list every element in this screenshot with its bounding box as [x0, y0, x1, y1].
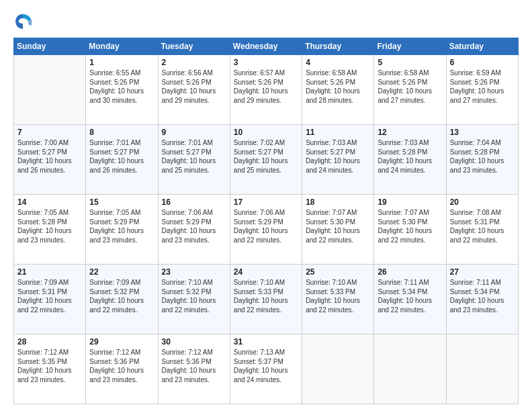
- day-number: 4: [306, 58, 370, 67]
- cell-info: Sunrise: 7:07 AM Sunset: 5:30 PM Dayligh…: [378, 208, 442, 244]
- cell-info: Sunrise: 7:00 AM Sunset: 5:27 PM Dayligh…: [17, 138, 82, 175]
- cell-info: Sunrise: 7:01 AM Sunset: 5:27 PM Dayligh…: [162, 138, 226, 175]
- calendar-cell: [374, 334, 446, 404]
- calendar-cell: [446, 334, 518, 404]
- calendar-cell: 15Sunrise: 7:05 AM Sunset: 5:29 PM Dayli…: [86, 195, 158, 265]
- cell-info: Sunrise: 7:10 AM Sunset: 5:32 PM Dayligh…: [162, 278, 226, 314]
- calendar-cell: 14Sunrise: 7:05 AM Sunset: 5:28 PM Dayli…: [14, 195, 86, 265]
- calendar-cell: 9Sunrise: 7:01 AM Sunset: 5:27 PM Daylig…: [158, 125, 230, 195]
- cell-info: Sunrise: 6:57 AM Sunset: 5:26 PM Dayligh…: [234, 68, 298, 105]
- calendar-cell: 16Sunrise: 7:06 AM Sunset: 5:29 PM Dayli…: [158, 195, 230, 265]
- col-wednesday: Wednesday: [230, 38, 302, 55]
- calendar-body: 1Sunrise: 6:55 AM Sunset: 5:26 PM Daylig…: [14, 55, 519, 404]
- day-number: 11: [306, 128, 370, 137]
- calendar-cell: 1Sunrise: 6:55 AM Sunset: 5:26 PM Daylig…: [86, 55, 158, 125]
- cell-info: Sunrise: 7:12 AM Sunset: 5:35 PM Dayligh…: [17, 348, 82, 384]
- calendar-cell: 17Sunrise: 7:06 AM Sunset: 5:29 PM Dayli…: [230, 195, 302, 265]
- day-number: 22: [89, 267, 154, 277]
- day-number: 14: [17, 197, 82, 207]
- day-number: 10: [234, 128, 298, 137]
- calendar-table: Sunday Monday Tuesday Wednesday Thursday…: [13, 38, 519, 404]
- calendar-cell: 2Sunrise: 6:56 AM Sunset: 5:26 PM Daylig…: [158, 55, 230, 125]
- day-number: 21: [17, 267, 82, 277]
- cell-info: Sunrise: 7:11 AM Sunset: 5:34 PM Dayligh…: [378, 278, 442, 314]
- calendar-cell: 21Sunrise: 7:09 AM Sunset: 5:31 PM Dayli…: [14, 265, 86, 334]
- day-number: 17: [234, 197, 298, 207]
- day-number: 8: [89, 128, 154, 137]
- cell-info: Sunrise: 7:10 AM Sunset: 5:33 PM Dayligh…: [234, 278, 298, 314]
- calendar-cell: 3Sunrise: 6:57 AM Sunset: 5:26 PM Daylig…: [230, 55, 302, 125]
- cell-info: Sunrise: 7:06 AM Sunset: 5:29 PM Dayligh…: [234, 208, 298, 244]
- calendar-cell: 12Sunrise: 7:03 AM Sunset: 5:28 PM Dayli…: [374, 125, 446, 195]
- calendar-cell: 20Sunrise: 7:08 AM Sunset: 5:31 PM Dayli…: [446, 195, 518, 265]
- cell-info: Sunrise: 7:12 AM Sunset: 5:36 PM Dayligh…: [89, 348, 154, 384]
- calendar-cell: 26Sunrise: 7:11 AM Sunset: 5:34 PM Dayli…: [374, 265, 446, 334]
- day-number: 7: [17, 128, 82, 137]
- cell-info: Sunrise: 7:03 AM Sunset: 5:27 PM Dayligh…: [306, 138, 370, 175]
- header-row: Sunday Monday Tuesday Wednesday Thursday…: [14, 38, 519, 55]
- calendar-cell: 27Sunrise: 7:11 AM Sunset: 5:34 PM Dayli…: [446, 265, 518, 334]
- calendar-cell: 8Sunrise: 7:01 AM Sunset: 5:27 PM Daylig…: [86, 125, 158, 195]
- cell-info: Sunrise: 7:01 AM Sunset: 5:27 PM Dayligh…: [89, 138, 154, 175]
- day-number: 12: [378, 128, 442, 137]
- calendar-cell: 25Sunrise: 7:10 AM Sunset: 5:33 PM Dayli…: [302, 265, 374, 334]
- calendar-cell: [302, 334, 374, 404]
- col-saturday: Saturday: [446, 38, 518, 55]
- col-monday: Monday: [86, 38, 158, 55]
- calendar-cell: 6Sunrise: 6:59 AM Sunset: 5:26 PM Daylig…: [446, 55, 518, 125]
- calendar-cell: 11Sunrise: 7:03 AM Sunset: 5:27 PM Dayli…: [302, 125, 374, 195]
- calendar-header: Sunday Monday Tuesday Wednesday Thursday…: [14, 38, 519, 55]
- cell-info: Sunrise: 7:05 AM Sunset: 5:28 PM Dayligh…: [17, 208, 82, 244]
- calendar-week-4: 28Sunrise: 7:12 AM Sunset: 5:35 PM Dayli…: [14, 334, 519, 404]
- calendar-week-2: 14Sunrise: 7:05 AM Sunset: 5:28 PM Dayli…: [14, 195, 519, 265]
- logo-icon: [13, 12, 32, 31]
- calendar-cell: 28Sunrise: 7:12 AM Sunset: 5:35 PM Dayli…: [14, 334, 86, 404]
- day-number: 23: [162, 267, 226, 277]
- cell-info: Sunrise: 7:13 AM Sunset: 5:37 PM Dayligh…: [234, 348, 298, 384]
- calendar-cell: 18Sunrise: 7:07 AM Sunset: 5:30 PM Dayli…: [302, 195, 374, 265]
- day-number: 16: [162, 197, 226, 207]
- day-number: 29: [89, 337, 154, 347]
- cell-info: Sunrise: 7:10 AM Sunset: 5:33 PM Dayligh…: [306, 278, 370, 314]
- cell-info: Sunrise: 7:02 AM Sunset: 5:27 PM Dayligh…: [234, 138, 298, 175]
- calendar-cell: 22Sunrise: 7:09 AM Sunset: 5:32 PM Dayli…: [86, 265, 158, 334]
- cell-info: Sunrise: 6:56 AM Sunset: 5:26 PM Dayligh…: [162, 68, 226, 105]
- day-number: 6: [450, 58, 515, 67]
- calendar-week-3: 21Sunrise: 7:09 AM Sunset: 5:31 PM Dayli…: [14, 265, 519, 334]
- header: [13, 12, 519, 31]
- calendar-week-0: 1Sunrise: 6:55 AM Sunset: 5:26 PM Daylig…: [14, 55, 519, 125]
- day-number: 3: [234, 58, 298, 67]
- cell-info: Sunrise: 6:58 AM Sunset: 5:26 PM Dayligh…: [378, 68, 442, 105]
- day-number: 25: [306, 267, 370, 277]
- col-sunday: Sunday: [14, 38, 86, 55]
- calendar-cell: 10Sunrise: 7:02 AM Sunset: 5:27 PM Dayli…: [230, 125, 302, 195]
- day-number: 5: [378, 58, 442, 67]
- calendar-cell: 13Sunrise: 7:04 AM Sunset: 5:28 PM Dayli…: [446, 125, 518, 195]
- day-number: 28: [17, 337, 82, 347]
- page: Sunday Monday Tuesday Wednesday Thursday…: [0, 0, 532, 411]
- cell-info: Sunrise: 7:09 AM Sunset: 5:31 PM Dayligh…: [17, 278, 82, 314]
- col-thursday: Thursday: [302, 38, 374, 55]
- cell-info: Sunrise: 7:04 AM Sunset: 5:28 PM Dayligh…: [450, 138, 515, 175]
- calendar-cell: 7Sunrise: 7:00 AM Sunset: 5:27 PM Daylig…: [14, 125, 86, 195]
- calendar-cell: 5Sunrise: 6:58 AM Sunset: 5:26 PM Daylig…: [374, 55, 446, 125]
- day-number: 26: [378, 267, 442, 277]
- cell-info: Sunrise: 7:11 AM Sunset: 5:34 PM Dayligh…: [450, 278, 515, 314]
- calendar-week-1: 7Sunrise: 7:00 AM Sunset: 5:27 PM Daylig…: [14, 125, 519, 195]
- day-number: 1: [89, 58, 154, 67]
- col-tuesday: Tuesday: [158, 38, 230, 55]
- day-number: 18: [306, 197, 370, 207]
- cell-info: Sunrise: 7:07 AM Sunset: 5:30 PM Dayligh…: [306, 208, 370, 244]
- calendar-cell: 4Sunrise: 6:58 AM Sunset: 5:26 PM Daylig…: [302, 55, 374, 125]
- cell-info: Sunrise: 7:03 AM Sunset: 5:28 PM Dayligh…: [378, 138, 442, 175]
- day-number: 13: [450, 128, 515, 137]
- day-number: 24: [234, 267, 298, 277]
- calendar-cell: 23Sunrise: 7:10 AM Sunset: 5:32 PM Dayli…: [158, 265, 230, 334]
- day-number: 2: [162, 58, 226, 67]
- day-number: 31: [234, 337, 298, 347]
- calendar-cell: 30Sunrise: 7:12 AM Sunset: 5:36 PM Dayli…: [158, 334, 230, 404]
- cell-info: Sunrise: 7:08 AM Sunset: 5:31 PM Dayligh…: [450, 208, 515, 244]
- cell-info: Sunrise: 7:05 AM Sunset: 5:29 PM Dayligh…: [89, 208, 154, 244]
- logo: [13, 12, 35, 31]
- col-friday: Friday: [374, 38, 446, 55]
